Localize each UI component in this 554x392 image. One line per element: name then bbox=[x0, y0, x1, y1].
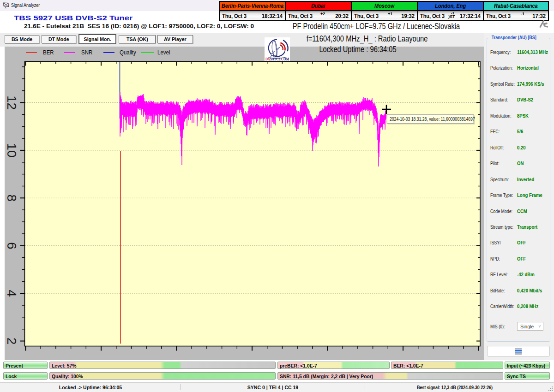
svg-text:2024-10-03 18.31.28, value: 11: 2024-10-03 18.31.28, value: 11,600000381… bbox=[390, 116, 475, 122]
svg-text:6: 6 bbox=[5, 242, 19, 249]
svg-text:10: 10 bbox=[5, 143, 19, 157]
svg-text:DXSATCS.COM: DXSATCS.COM bbox=[265, 57, 289, 61]
svg-text:12: 12 bbox=[5, 95, 19, 110]
svg-text:8: 8 bbox=[5, 195, 19, 202]
svg-text:2: 2 bbox=[5, 338, 19, 345]
svg-text:4: 4 bbox=[5, 290, 19, 297]
